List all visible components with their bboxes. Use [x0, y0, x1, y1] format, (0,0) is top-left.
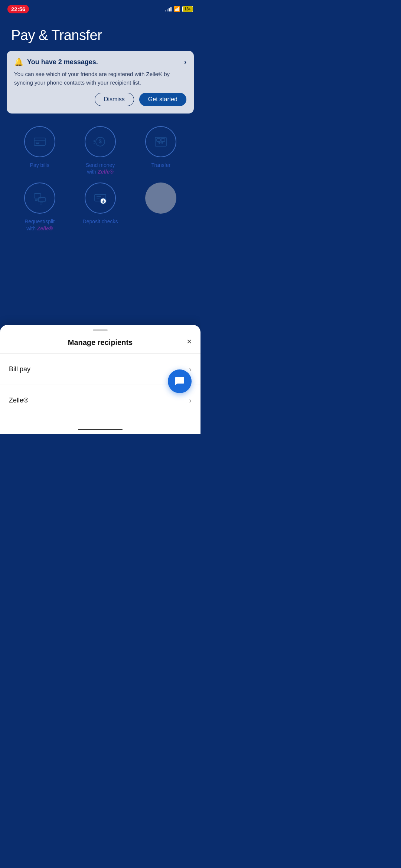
action-grid-row1: Pay bills $ Send moneywith Zelle® [0, 122, 200, 183]
svg-rect-9 [157, 139, 160, 141]
bell-icon: 🔔 [14, 57, 23, 66]
action-transfer[interactable]: Transfer [133, 126, 189, 175]
action-request-split[interactable]: Request/splitwith Zelle® [11, 183, 68, 231]
notification-card: 🔔 You have 2 messages. › You can see whi… [7, 51, 194, 114]
status-icons: 📶 13+ [165, 6, 193, 12]
divider-3 [0, 416, 200, 416]
page-header: Pay & Transfer [0, 16, 200, 51]
bill-pay-chevron-icon: › [189, 365, 192, 374]
dismiss-button[interactable]: Dismiss [95, 93, 134, 106]
transfer-icon-circle [145, 126, 176, 157]
notification-body: You can see which of your friends are re… [14, 70, 186, 87]
action-pay-bills[interactable]: Pay bills [11, 126, 68, 175]
deposit-checks-icon-circle [85, 183, 116, 214]
pay-bills-icon [32, 134, 47, 149]
request-split-label: Request/splitwith Zelle® [25, 218, 55, 231]
deposit-checks-icon [93, 191, 108, 206]
action-send-zelle[interactable]: $ Send moneywith Zelle® [72, 126, 128, 175]
home-indicator [78, 429, 123, 430]
send-zelle-icon: $ [93, 134, 108, 149]
bill-pay-label: Bill pay [9, 365, 30, 373]
request-split-icon [32, 191, 47, 206]
zelle-brand-2: Zelle® [37, 226, 53, 231]
pay-bills-label: Pay bills [30, 162, 49, 168]
get-started-button[interactable]: Get started [139, 93, 186, 106]
zelle-brand: Zelle® [98, 169, 113, 175]
chat-fab-button[interactable] [168, 369, 192, 393]
page-title: Pay & Transfer [11, 27, 189, 43]
zelle-chevron-icon: › [189, 396, 192, 405]
close-sheet-button[interactable]: × [187, 338, 192, 346]
action-deposit-checks[interactable]: Deposit checks [72, 183, 128, 231]
sheet-item-zelle[interactable]: Zelle® › [0, 388, 200, 413]
svg-rect-0 [34, 138, 45, 145]
signal-icon [165, 6, 172, 11]
request-split-icon-circle [24, 183, 55, 214]
zelle-label: Zelle® [9, 397, 28, 404]
svg-rect-2 [36, 142, 39, 144]
action-placeholder [133, 183, 189, 231]
notification-header: 🔔 You have 2 messages. › [14, 57, 186, 66]
transfer-label: Transfer [151, 162, 171, 168]
action-grid-row2: Request/splitwith Zelle® Deposit checks [0, 183, 200, 239]
notification-title-row: 🔔 You have 2 messages. [14, 57, 98, 66]
pay-bills-icon-circle [24, 126, 55, 157]
sheet-header: Manage recipients × [0, 331, 200, 351]
svg-rect-10 [161, 139, 165, 141]
sheet-title: Manage recipients [68, 338, 133, 347]
notification-chevron-icon[interactable]: › [184, 58, 186, 66]
ghost-circle [145, 183, 176, 214]
notification-title: You have 2 messages. [27, 58, 98, 66]
status-bar: 22:56 📶 13+ [0, 0, 200, 16]
deposit-checks-label: Deposit checks [83, 218, 118, 225]
divider-1 [0, 354, 200, 354]
send-zelle-icon-circle: $ [85, 126, 116, 157]
send-zelle-label: Send moneywith Zelle® [86, 162, 115, 175]
wifi-icon: 📶 [174, 6, 180, 12]
chat-icon [174, 375, 186, 387]
svg-text:$: $ [99, 138, 102, 144]
notification-actions: Dismiss Get started [14, 93, 186, 106]
time-display: 22:56 [7, 5, 29, 13]
battery-icon: 13+ [182, 6, 193, 12]
transfer-icon [153, 134, 168, 149]
